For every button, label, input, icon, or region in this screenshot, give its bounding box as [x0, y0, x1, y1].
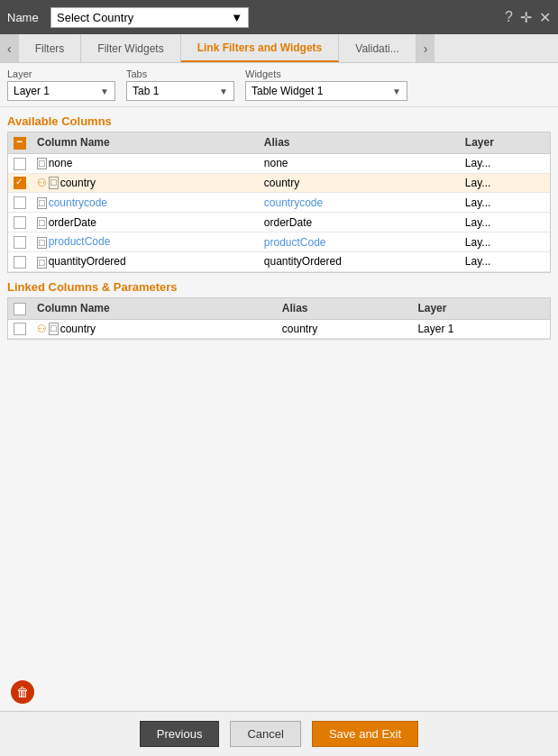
linked-row: ⚇ □countrycountryLayer 1	[8, 319, 550, 339]
cancel-button[interactable]: Cancel	[230, 721, 300, 747]
available-columns-table: Column Name Alias Layer □nonenoneLay...⚇…	[8, 132, 550, 272]
available-row: □quantityOrderedquantityOrderedLay...	[8, 251, 550, 271]
name-label: Name	[7, 11, 43, 24]
col-layer: Lay...	[460, 213, 550, 232]
move-icon: ✛	[520, 9, 532, 26]
tab-link-filters-widgets[interactable]: Link Filters and Widgets	[181, 34, 340, 62]
bottom-toolbar: Previous Cancel Save and Exit	[0, 711, 558, 756]
col-name[interactable]: countrycode	[49, 196, 107, 209]
linked-columns-table: Column Name Alias Layer ⚇ □countrycountr…	[8, 298, 550, 340]
link-icon: ⚇ □	[37, 177, 59, 189]
col-alias[interactable]: countrycode	[264, 196, 323, 209]
row-checkbox[interactable]	[14, 256, 26, 269]
col-name: orderDate	[49, 216, 96, 229]
available-row: □orderDateorderDateLay...	[8, 213, 550, 232]
header-icons: ? ✛ ✕	[505, 9, 551, 26]
select-all-checkbox[interactable]	[14, 137, 26, 150]
col-alias: country	[264, 177, 299, 189]
col-header-alias: Alias	[259, 132, 460, 153]
select-country-value: Select Country	[57, 11, 133, 24]
select-country-arrow: ▼	[231, 11, 242, 24]
tabs-value: Tab 1	[133, 85, 159, 97]
row-checkbox[interactable]	[14, 177, 26, 189]
linked-row-checkbox[interactable]	[14, 323, 26, 335]
layer-value: Layer 1	[14, 85, 50, 97]
link-icon: ⚇ □	[37, 323, 59, 335]
layer-group: Layer Layer 1 ▼	[7, 68, 115, 101]
col-header-layer: Layer	[460, 132, 550, 153]
tab-bar: ‹ Filters Filter Widgets Link Filters an…	[0, 34, 558, 63]
previous-button[interactable]: Previous	[140, 721, 220, 747]
layer-dropdown[interactable]: Layer 1 ▼	[7, 81, 115, 101]
col-header-name: Column Name	[32, 132, 259, 153]
col-name: quantityOrdered	[49, 255, 126, 268]
linked-col-header-alias: Alias	[277, 298, 413, 319]
tabs-dropdown[interactable]: Tab 1 ▼	[126, 81, 234, 101]
help-icon[interactable]: ?	[505, 9, 513, 25]
tabs-group: Tabs Tab 1 ▼	[126, 68, 234, 101]
available-row: ⚇ □countrycountryLay...	[8, 173, 550, 193]
linked-columns-table-wrapper[interactable]: Column Name Alias Layer ⚇ □countrycountr…	[7, 297, 551, 341]
dropdowns-row: Layer Layer 1 ▼ Tabs Tab 1 ▼ Widgets Tab…	[0, 63, 558, 107]
col-name: country	[60, 177, 96, 189]
header-bar: Name Select Country ▼ ? ✛ ✕	[0, 0, 558, 34]
table-icon: □	[37, 257, 47, 269]
col-name: country	[60, 323, 96, 335]
delete-button[interactable]: 🗑	[11, 680, 34, 704]
tabs-arrow: ▼	[219, 87, 228, 96]
col-layer: Layer 1	[412, 319, 550, 339]
table-icon: □	[37, 237, 47, 249]
tab-validati[interactable]: Validati...	[339, 34, 416, 62]
available-columns-title: Available Columns	[7, 107, 551, 132]
linked-col-header-layer: Layer	[412, 298, 550, 319]
tabs-label: Tabs	[126, 68, 234, 79]
col-layer: Lay...	[460, 193, 550, 213]
tab-filters[interactable]: Filters	[19, 34, 82, 62]
linked-select-all-checkbox[interactable]	[14, 303, 26, 315]
col-alias: quantityOrdered	[264, 255, 342, 268]
linked-col-header-name: Column Name	[32, 298, 277, 319]
col-layer: Lay...	[460, 153, 550, 173]
tab-filter-widgets[interactable]: Filter Widgets	[81, 34, 180, 62]
col-alias: none	[264, 157, 288, 169]
col-alias[interactable]: productCode	[264, 236, 326, 249]
available-columns-table-wrapper[interactable]: Column Name Alias Layer □nonenoneLay...⚇…	[7, 132, 551, 273]
tab-next-button[interactable]: ›	[416, 34, 435, 62]
select-country-dropdown[interactable]: Select Country ▼	[50, 7, 249, 28]
layer-arrow: ▼	[100, 87, 109, 96]
close-icon[interactable]: ✕	[539, 9, 551, 26]
layer-label: Layer	[7, 68, 115, 79]
col-alias: country	[282, 323, 317, 335]
col-alias: orderDate	[264, 216, 312, 229]
linked-columns-title: Linked Columns & Parameters	[7, 273, 551, 297]
main-content: Available Columns Column Name Alias Laye…	[0, 107, 558, 710]
widgets-label: Widgets	[245, 68, 407, 79]
col-layer: Lay...	[460, 232, 550, 252]
col-layer: Lay...	[460, 251, 550, 271]
row-checkbox[interactable]	[14, 216, 26, 229]
col-name: none	[49, 157, 73, 169]
available-row: □nonenoneLay...	[8, 153, 550, 173]
row-checkbox[interactable]	[14, 196, 26, 209]
available-row: □productCodeproductCodeLay...	[8, 232, 550, 252]
save-exit-button[interactable]: Save and Exit	[312, 721, 418, 747]
table-icon: □	[37, 197, 47, 209]
row-checkbox[interactable]	[14, 158, 26, 170]
widgets-dropdown[interactable]: Table Widget 1 ▼	[245, 81, 407, 101]
table-icon: □	[37, 158, 47, 169]
col-layer: Lay...	[460, 173, 550, 193]
table-icon: □	[37, 217, 47, 229]
tab-prev-button[interactable]: ‹	[0, 34, 19, 62]
widgets-group: Widgets Table Widget 1 ▼	[245, 68, 407, 101]
row-checkbox[interactable]	[14, 236, 26, 249]
widgets-value: Table Widget 1	[252, 85, 323, 97]
col-name[interactable]: productCode	[49, 235, 111, 248]
widgets-arrow: ▼	[392, 87, 401, 96]
available-row: □countrycodecountrycodeLay...	[8, 193, 550, 213]
